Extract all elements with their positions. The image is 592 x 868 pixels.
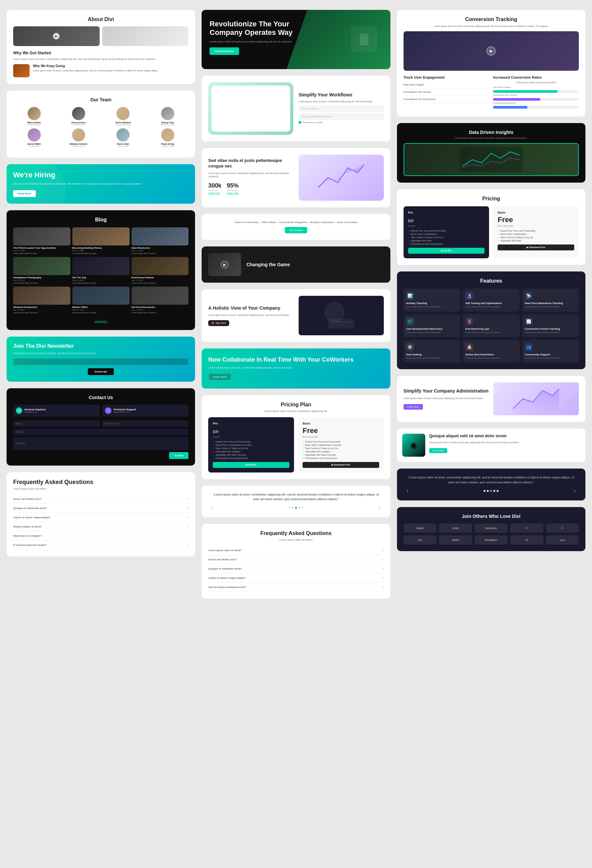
load-more-link[interactable]: Load More bbox=[95, 320, 107, 323]
avatar bbox=[28, 107, 41, 120]
wkg-text-block: Why We Keep Going Lorem ipsum dolor sit … bbox=[33, 64, 158, 76]
blog-secondary-grid: Smartphone Photography Nov 14, 2023 Lore… bbox=[13, 257, 188, 285]
stats-card: Sed vitae nulla et justo pellentesque co… bbox=[202, 148, 390, 207]
hiring-title: We're Hiring bbox=[13, 171, 188, 179]
dot[interactable] bbox=[292, 507, 294, 509]
plan-feature: Actionable Win Analytics bbox=[213, 450, 289, 453]
faq-question: In tincidunt placerat condim? bbox=[13, 543, 47, 546]
testimonial-card: "Lorem ipsum dolor sit amet, consectetur… bbox=[202, 486, 390, 518]
general-inquiries-tab[interactable]: ✉ General Inquiries info@divi.com bbox=[13, 405, 100, 416]
hiring-button[interactable]: Read More bbox=[13, 190, 36, 197]
member-name: Miles Esther bbox=[13, 121, 55, 124]
chevron-right-icon: › bbox=[383, 576, 383, 580]
email-input[interactable] bbox=[102, 421, 189, 427]
collaborate-button[interactable]: Learn More bbox=[208, 373, 231, 381]
dot[interactable] bbox=[289, 507, 290, 509]
submit-button[interactable]: Submit bbox=[169, 452, 188, 459]
pro-plan: Pro $39 /month Extend Your Time and Prod… bbox=[404, 206, 489, 258]
tab-info: Technical Support support@divi.com bbox=[113, 408, 136, 413]
track-item: Personalized User Experiences › bbox=[404, 96, 489, 103]
pricing-grid: Pro $39 /month Extend Your Time and Prod… bbox=[208, 417, 383, 472]
faq-item[interactable]: Antique aliquet sit amet? › bbox=[13, 522, 188, 531]
plan-price: $39 bbox=[408, 216, 485, 224]
faq-item[interactable]: Labore et dolore magna aliqua? › bbox=[13, 513, 188, 522]
plan-feature: Extend Your Time and Productivity bbox=[498, 230, 574, 232]
dot[interactable] bbox=[298, 507, 300, 509]
dot[interactable] bbox=[483, 490, 486, 492]
newsletter-email-input[interactable] bbox=[13, 358, 188, 366]
app-store-button[interactable]: 🍎 App Store bbox=[208, 320, 229, 326]
member-role: Sales Director bbox=[57, 145, 99, 147]
blog-post-excerpt: Lorem ipsum dolor sit amet... bbox=[72, 282, 130, 285]
conversion-play-button[interactable]: ▶ bbox=[486, 46, 496, 56]
dot-active[interactable] bbox=[490, 490, 492, 492]
stat-link[interactable]: Learn more bbox=[208, 192, 221, 194]
pro-plan-button[interactable]: ▶ Get Pro bbox=[213, 462, 289, 468]
dot[interactable] bbox=[302, 507, 303, 509]
quisque-get-started-button[interactable]: Get Started bbox=[429, 448, 448, 453]
pro-plan-button[interactable]: ▶ Get Pro bbox=[408, 248, 485, 254]
hero-text: Lorem ipsum dolor sit amet consectetur a… bbox=[209, 40, 305, 43]
dot[interactable] bbox=[496, 490, 499, 492]
name-input[interactable] bbox=[13, 421, 100, 427]
technical-support-tab[interactable]: 🔧 Technical Support support@divi.com bbox=[102, 405, 189, 416]
faq-subtitle: Lorem ipsum dolor sit amet? bbox=[13, 487, 188, 491]
basic-plan-button[interactable]: ▶ Download Free bbox=[303, 462, 379, 468]
dot[interactable] bbox=[487, 490, 489, 492]
holistic-mockup bbox=[299, 296, 384, 335]
next-arrow-icon[interactable]: › bbox=[378, 505, 380, 511]
newsletter-title: Join The Divi Newsletter bbox=[13, 343, 188, 349]
simplify-text: Simplify Your Workflows Lorem ipsum dolo… bbox=[299, 92, 384, 125]
faq-item[interactable]: Maecenas non Insights? › bbox=[13, 531, 188, 540]
plan-name: Pro bbox=[213, 422, 289, 425]
play-button[interactable]: ▶ bbox=[53, 33, 59, 40]
app-store-label: App Store bbox=[216, 322, 226, 324]
admin-learn-more-button[interactable]: Learn More bbox=[404, 404, 423, 410]
basic-plan-button[interactable]: ▶ Download Free bbox=[498, 245, 574, 250]
faq-item[interactable]: Sed do tempor incididunt lorem? › bbox=[208, 583, 383, 592]
avatar bbox=[28, 128, 41, 142]
faq-item[interactable]: Quisque et sollicitudin amet? › bbox=[208, 564, 383, 574]
quisque-desc: Lorem ipsum dolor sit amet consectetur a… bbox=[429, 441, 520, 444]
hero-cta-button[interactable]: Download Now bbox=[209, 47, 239, 55]
prev-arrow-icon[interactable]: ‹ bbox=[212, 505, 213, 511]
chevron-right-icon: › bbox=[187, 543, 188, 547]
get-started-button[interactable]: Get Started bbox=[285, 227, 308, 233]
features-grid: 📊 Activity Tracking Lorem ipsum dolor si… bbox=[404, 289, 579, 363]
pricing-subtitle: Lorem ipsum dolor sit amet consectetur a… bbox=[208, 410, 383, 413]
faq-item[interactable]: Lorem ipsum dolor sit amet? › bbox=[208, 546, 383, 555]
next-arrow-icon[interactable]: › bbox=[574, 488, 576, 494]
cart-abandonment-icon: 🛒 bbox=[406, 317, 414, 325]
faq-item[interactable]: In tincidunt placerat condim? › bbox=[13, 540, 188, 550]
subject-input[interactable] bbox=[13, 429, 188, 435]
message-input[interactable] bbox=[13, 437, 188, 450]
blog-item: Slam Rommocks Nov 14, 2023 Lorem ipsum d… bbox=[131, 227, 189, 255]
dot-active[interactable] bbox=[295, 507, 297, 509]
faq-item[interactable]: Labore et dolore magna aliqua? › bbox=[208, 574, 383, 583]
prev-arrow-icon[interactable]: ‹ bbox=[407, 488, 408, 494]
about-divi-card: About Divi ▶ Why We Got Started Lorem ip… bbox=[7, 10, 195, 84]
subscribe-button[interactable]: Subscribe bbox=[88, 368, 114, 375]
simplify-card: Simplify Your Workflows Lorem ipsum dolo… bbox=[202, 76, 390, 142]
dot[interactable] bbox=[493, 490, 495, 492]
game-play-button[interactable]: ▶ bbox=[221, 261, 228, 269]
faq-item[interactable]: Donec sed facilisi nunc? › bbox=[208, 555, 383, 564]
track-item-label: Personalized User Experiences bbox=[404, 98, 436, 100]
blog-item: Road House Planner Nov 14, 2023 Lorem ip… bbox=[131, 257, 189, 285]
newsletter-card: Join The Divi Newsletter Subscribe to re… bbox=[7, 337, 195, 382]
bar-container bbox=[493, 90, 579, 93]
load-more-container: Load More bbox=[13, 317, 188, 323]
holistic-text: A Holistic View of Your Company Lorem ip… bbox=[208, 305, 293, 326]
logo-item: SNOWBALL bbox=[474, 535, 508, 545]
blog-image bbox=[131, 286, 189, 305]
blog-post-excerpt: Lorem ipsum dolor sit amet... bbox=[13, 282, 71, 285]
collaborate-card: Now Collaborate In Real Time With Your C… bbox=[202, 348, 390, 388]
stat-link[interactable]: Learn more bbox=[227, 192, 239, 194]
collaborate-desc: Lorem ipsum dolor sit amet, consectetur … bbox=[208, 366, 383, 369]
quisque-card: ◉ Quisque aliquet velit sit amet dolor l… bbox=[397, 428, 585, 462]
blog-post-excerpt: Lorem ipsum dolor sit amet... bbox=[13, 252, 71, 255]
faq-item[interactable]: Donec sed facilisi nunc? › bbox=[13, 495, 188, 504]
features-cta: Get Started bbox=[208, 224, 383, 233]
faq-item[interactable]: Quisque et sollicitudin amet? › bbox=[13, 504, 188, 513]
admin-desc: Lorem ipsum dolor sit amet consectetur a… bbox=[404, 397, 489, 400]
